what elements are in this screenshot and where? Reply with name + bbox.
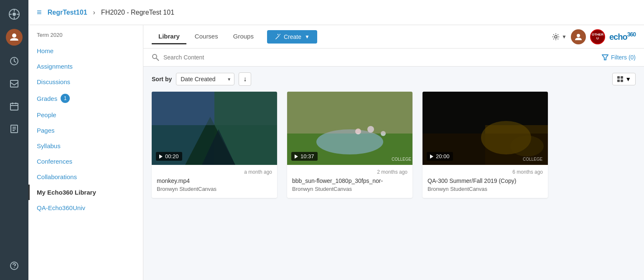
svg-rect-29: [621, 80, 623, 82]
filters-button[interactable]: Filters (0): [602, 54, 636, 61]
nav-syllabus[interactable]: Syllabus: [28, 138, 143, 154]
svg-rect-26: [617, 76, 620, 79]
sort-select-wrap: Date Created Title Duration: [176, 73, 234, 85]
nav-conferences[interactable]: Conferences: [28, 154, 143, 169]
sort-bar: Sort by Date Created Title Duration ↓: [143, 67, 644, 92]
grid-view-button[interactable]: ▼: [612, 73, 636, 85]
video-thumbnail-2: COLLEGE 10:37: [287, 92, 412, 165]
breadcrumb-link[interactable]: RegrTest101: [48, 9, 87, 16]
video-author-1: Bronwyn StudentCanvas: [157, 186, 272, 192]
svg-rect-27: [621, 76, 623, 79]
video-thumbnail-1: 00:20: [152, 92, 277, 165]
play-icon: [159, 154, 163, 159]
nav-home[interactable]: Home: [28, 43, 143, 59]
sort-by-label: Sort by: [152, 76, 172, 82]
video-date-1: a month ago: [157, 169, 272, 175]
grades-badge: 1: [61, 94, 70, 103]
nav-collaborations[interactable]: Collaborations: [28, 169, 143, 185]
video-duration-2: 10:37: [291, 152, 318, 161]
sort-direction-button[interactable]: ↓: [239, 72, 251, 86]
main-wrapper: ≡ RegrTest101 › FH2020 - RegreTest 101 T…: [28, 0, 644, 280]
video-grid: 00:20 a month ago monkey.mp4 Bronwyn Stu…: [143, 92, 644, 206]
svg-line-24: [156, 58, 159, 61]
user-avatar-icon: [574, 33, 583, 41]
logo-icon[interactable]: [4, 4, 24, 24]
news-nav-icon[interactable]: [4, 119, 24, 139]
create-chevron: ▼: [305, 34, 310, 40]
video-info-2: 2 months ago bbb_sun-flower_1080p_30fps_…: [287, 165, 412, 198]
tab-courses[interactable]: Courses: [188, 29, 225, 44]
nav-pages[interactable]: Pages: [28, 123, 143, 138]
video-info-1: a month ago monkey.mp4 Bronwyn StudentCa…: [152, 165, 277, 198]
nav-discussions[interactable]: Discussions: [28, 74, 143, 90]
video-duration-3: 20:00: [427, 152, 453, 161]
video-title-2: bbb_sun-flower_1080p_30fps_nor-: [292, 177, 407, 184]
user-avatar: [6, 29, 23, 46]
play-icon-3: [430, 154, 433, 159]
clock-nav-icon[interactable]: [4, 51, 24, 71]
settings-chevron: ▼: [562, 34, 567, 40]
svg-point-1: [13, 13, 16, 16]
filter-icon: [602, 54, 608, 61]
echo-nav-bar: Library Courses Groups Create ▼: [143, 25, 644, 49]
play-icon-2: [295, 154, 298, 159]
svg-point-6: [12, 33, 16, 38]
university-badge[interactable]: OTHERU: [590, 29, 605, 44]
nav-assignments[interactable]: Assignments: [28, 59, 143, 74]
video-card-1[interactable]: 00:20 a month ago monkey.mp4 Bronwyn Stu…: [152, 92, 277, 198]
grid-chevron: ▼: [625, 76, 631, 82]
video-duration-1: 00:20: [156, 152, 182, 161]
video-author-3: Bronwyn StudentCanvas: [428, 186, 543, 192]
icon-rail: [0, 0, 28, 280]
right-main: Library Courses Groups Create ▼: [143, 25, 644, 280]
svg-point-21: [555, 36, 557, 38]
breadcrumb-separator: ›: [93, 9, 95, 16]
echo-tabs: Library Courses Groups Create ▼: [152, 29, 317, 44]
video-card-2[interactable]: COLLEGE 10:37 2 months ago bbb_sun-flowe…: [287, 92, 412, 198]
search-icon: [152, 54, 159, 61]
search-input-wrap: [152, 54, 602, 61]
content-area: Term 2020 Home Assignments Discussions G…: [28, 25, 644, 280]
svg-point-18: [14, 267, 15, 268]
calendar-nav-icon[interactable]: [4, 96, 24, 116]
svg-rect-28: [617, 80, 620, 82]
svg-marker-25: [602, 55, 608, 60]
svg-rect-35: [152, 92, 214, 125]
term-label: Term 2020: [28, 32, 143, 43]
tab-groups[interactable]: Groups: [227, 29, 260, 44]
video-title-1: monkey.mp4: [157, 177, 272, 184]
nav-people[interactable]: People: [28, 107, 143, 123]
settings-button[interactable]: ▼: [552, 33, 567, 41]
echo360-logo: echo360: [609, 31, 636, 42]
nav-qa-echo360[interactable]: QA-Echo360Univ: [28, 200, 143, 216]
search-input[interactable]: [163, 54, 602, 61]
tab-library[interactable]: Library: [152, 29, 186, 44]
top-bar: ≡ RegrTest101 › FH2020 - RegreTest 101: [28, 0, 644, 25]
nav-echo360-library[interactable]: My Echo360 Library: [28, 185, 143, 200]
video-date-2: 2 months ago: [292, 169, 407, 175]
video-thumbnail-3: COLLEGE 20:00: [423, 92, 548, 165]
video-card-3[interactable]: COLLEGE 20:00 6 months ago QA-300 Summer…: [423, 92, 548, 198]
svg-line-20: [280, 34, 280, 35]
sort-controls: Sort by Date Created Title Duration ↓: [152, 72, 251, 86]
video-date-3: 6 months ago: [428, 169, 543, 175]
svg-text:COLLEGE: COLLEGE: [523, 157, 543, 162]
svg-point-23: [153, 54, 157, 59]
help-nav-icon[interactable]: [4, 256, 24, 276]
inbox-nav-icon[interactable]: [4, 74, 24, 94]
video-author-2: Bronwyn StudentCanvas: [292, 186, 407, 192]
sort-select[interactable]: Date Created Title Duration: [176, 73, 234, 85]
video-title-3: QA-300 Summer/Fall 2019 (Copy): [428, 177, 543, 184]
svg-point-48: [510, 136, 544, 157]
video-info-3: 6 months ago QA-300 Summer/Fall 2019 (Co…: [423, 165, 548, 198]
wand-icon: [275, 34, 280, 40]
hamburger-menu[interactable]: ≡: [37, 8, 42, 17]
search-bar: Filters (0): [143, 49, 644, 67]
svg-text:COLLEGE: COLLEGE: [392, 157, 412, 162]
profile-avatar[interactable]: [4, 28, 24, 49]
svg-rect-9: [10, 103, 18, 110]
svg-point-22: [577, 34, 580, 37]
nav-grades[interactable]: Grades 1: [28, 90, 143, 107]
create-button[interactable]: Create ▼: [267, 30, 317, 44]
user-avatar-button[interactable]: [571, 29, 586, 44]
